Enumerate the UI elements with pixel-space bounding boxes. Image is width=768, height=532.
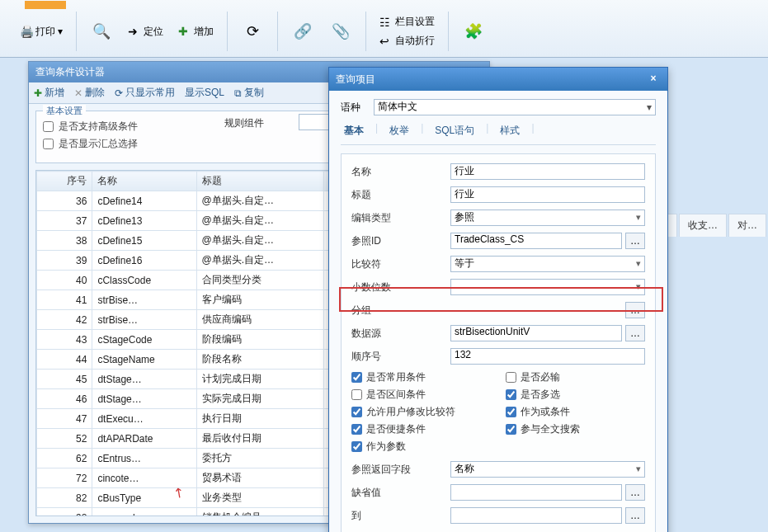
returnfield-select[interactable]: 名称 <box>450 461 645 478</box>
cell-name: cBusType <box>92 488 196 508</box>
col-title[interactable]: 标题 <box>196 172 323 191</box>
copy-icon: ⧉ <box>234 87 242 99</box>
cell-seq: 47 <box>37 409 92 429</box>
edittype-select[interactable]: 参照 <box>450 210 645 226</box>
datasource-input[interactable]: strBisectionUnitV <box>450 325 622 341</box>
rule-component-label: 规则组件 <box>224 116 264 130</box>
refid-input[interactable]: TradeClass_CS <box>450 233 622 249</box>
cell-title: 供应商编码 <box>196 310 323 330</box>
basic-legend: 基本设置 <box>43 105 86 117</box>
cell-title: 最后收付日期 <box>196 429 323 449</box>
show-common-button[interactable]: ⟳只显示常用 <box>115 86 175 100</box>
chk-allowmodifycmp[interactable] <box>351 407 362 417</box>
cell-seq: 41 <box>37 290 92 310</box>
chk-isrange[interactable] <box>351 389 362 400</box>
refid-browse-button[interactable]: … <box>625 233 645 249</box>
refresh-button[interactable]: ⟳ <box>236 20 269 43</box>
datasource-browse-button[interactable]: … <box>625 325 645 341</box>
defaultval-browse-button[interactable]: … <box>625 484 645 501</box>
copy-button[interactable]: ⧉复制 <box>234 86 264 100</box>
edittype-label: 编辑类型 <box>351 211 450 225</box>
cell-title: 执行日期 <box>196 409 323 429</box>
defaultval-input[interactable] <box>450 484 622 501</box>
decimals-label: 小数位数 <box>351 280 450 294</box>
advanced-label: 是否支持高级条件 <box>59 120 138 134</box>
summary-label: 是否显示汇总选择 <box>59 137 138 151</box>
decimals-select[interactable] <box>450 279 645 295</box>
attach-button[interactable]: 📎 <box>324 20 357 43</box>
comparator-select[interactable]: 等于 <box>450 256 645 272</box>
col-name[interactable]: 名称 <box>92 172 196 191</box>
language-select[interactable]: 简体中文 <box>374 99 656 115</box>
group-browse-button[interactable]: … <box>625 302 645 318</box>
cell-title: 实际完成日期 <box>196 389 323 409</box>
title-input[interactable]: 行业 <box>450 186 645 203</box>
cell-name: cDefine15 <box>92 231 196 251</box>
cell-seq: 36 <box>37 191 92 211</box>
tab-pair[interactable]: 对… <box>728 214 766 237</box>
title-label: 标题 <box>351 188 450 202</box>
add-button[interactable]: ✚ 增加 <box>173 23 219 40</box>
dropdown-icon: ▾ <box>58 26 63 37</box>
group-input[interactable] <box>450 302 622 318</box>
cell-name: dtStage… <box>92 370 196 389</box>
orderno-input[interactable]: 132 <box>450 348 645 365</box>
cell-seq: 43 <box>37 330 92 350</box>
refid-label: 参照ID <box>351 234 450 248</box>
delete-button[interactable]: ✕删除 <box>74 86 105 100</box>
cell-seq: 37 <box>37 211 92 231</box>
group-label: 分组 <box>351 304 450 318</box>
summary-checkbox[interactable] <box>43 139 54 149</box>
name-label: 名称 <box>351 165 450 179</box>
cell-title: 销售机会编号 <box>196 508 323 517</box>
to-browse-button[interactable]: … <box>625 507 645 524</box>
tab-style[interactable]: 样式 <box>497 122 523 139</box>
cell-name: cClassCode <box>92 271 196 290</box>
chk-iscommon[interactable] <box>351 372 362 383</box>
locate-button[interactable]: ➜ 定位 <box>123 23 168 40</box>
plus-icon: ✚ <box>34 87 42 99</box>
col-seq[interactable]: 序号 <box>37 172 92 191</box>
chk-isrequired[interactable] <box>506 372 516 383</box>
cell-title: 阶段编码 <box>196 330 323 350</box>
format-button[interactable]: 🧩 <box>457 20 490 43</box>
tab-basic[interactable]: 基本 <box>341 122 367 139</box>
link-button[interactable]: 🔗 <box>286 20 319 43</box>
cell-name: strBise… <box>92 310 196 330</box>
tab-enum[interactable]: 枚举 <box>386 122 412 139</box>
tab-sql[interactable]: SQL语句 <box>431 122 478 139</box>
magnifier-icon: 🔍 <box>92 21 111 41</box>
cell-name: dtExecu… <box>92 409 196 429</box>
chk-asparam[interactable] <box>351 441 362 452</box>
advanced-checkbox[interactable] <box>43 121 54 132</box>
cell-name: cStageName <box>92 350 196 370</box>
colset-label: 栏目设置 <box>395 15 435 29</box>
show-sql-button[interactable]: 显示SQL <box>185 86 224 100</box>
x-icon: ✕ <box>74 87 82 99</box>
locate-icon: ➜ <box>128 25 141 38</box>
format-icon: 🧩 <box>464 21 483 41</box>
search-button[interactable]: 🔍 <box>85 20 118 43</box>
active-ribbon-tab[interactable] <box>25 1 66 9</box>
cell-seq: 46 <box>37 389 92 409</box>
column-settings-button[interactable]: ☷ 栏目设置 <box>375 13 440 31</box>
close-icon[interactable]: × <box>646 72 661 87</box>
to-input[interactable] <box>450 507 622 524</box>
print-button[interactable]: 🖨️ 打印 ▾ <box>15 23 68 40</box>
locate-label: 定位 <box>144 25 163 39</box>
chk-fulltext[interactable] <box>506 424 516 435</box>
language-label: 语种 <box>341 101 360 115</box>
chk-ismulti[interactable] <box>506 389 516 400</box>
link-icon: 🔗 <box>293 21 313 41</box>
chk-asor[interactable] <box>506 407 516 417</box>
autowrap-button[interactable]: ↩ 自动折行 <box>375 32 440 49</box>
query-item-dialog: 查询项目 × 语种 简体中文 基本| 枚举| SQL语句| 样式| 名称行业 标… <box>328 67 668 532</box>
cell-seq: 72 <box>37 468 92 488</box>
name-input[interactable]: 行业 <box>450 163 645 180</box>
tab-income[interactable]: 收支… <box>679 214 727 237</box>
new-button[interactable]: ✚新增 <box>34 86 64 100</box>
chk-isshortcut[interactable] <box>351 424 362 435</box>
cell-name: strBise… <box>92 290 196 310</box>
comparator-label: 比较符 <box>351 257 450 271</box>
cell-name: cincote… <box>92 468 196 488</box>
